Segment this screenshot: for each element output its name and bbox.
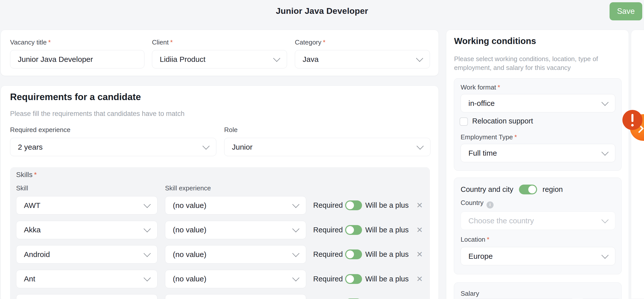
remove-skill-icon[interactable]: ✕: [415, 270, 425, 288]
will-be-a-plus-label: Will be a plus: [365, 221, 409, 239]
country-label: Countryi: [461, 199, 494, 208]
requirements-title: Requirements for a candidate: [10, 92, 141, 102]
required-label: Required: [313, 294, 343, 299]
vacancy-basics-card: Vacancy title* Junior Java Developer Cli…: [1, 30, 439, 76]
salary-section: Salary: [454, 282, 622, 299]
location-label: Location*: [461, 236, 489, 243]
skill-row: Required Will be a plus ✕: [10, 294, 430, 299]
requirements-card: Requirements for a candidate Please fill…: [1, 86, 439, 299]
requirements-subtitle: Please fill the requirements that candid…: [10, 110, 184, 118]
required-experience-select[interactable]: 2 years: [10, 138, 216, 156]
skill-column-header: Skill: [16, 184, 28, 192]
role-label: Role: [224, 126, 237, 134]
vacancy-title-input[interactable]: Junior Java Developer: [10, 50, 144, 68]
vacancy-title-label: Vacancy title*: [10, 38, 51, 46]
skill-experience-column-header: Skill experience: [165, 184, 211, 192]
required-experience-label: Required experience: [10, 126, 70, 134]
country-select[interactable]: Choose the country: [461, 211, 615, 230]
chevron-down-icon: [203, 142, 210, 149]
client-select[interactable]: Lidiia Product: [152, 50, 287, 68]
info-icon: i: [487, 201, 494, 208]
skills-section: Skills* Skill Skill experience AWT (no v…: [10, 167, 430, 299]
chevron-down-icon: [416, 55, 423, 62]
chevron-down-icon: [292, 225, 299, 232]
skill-row: AWT (no value) Required Will be a plus ✕: [10, 196, 430, 215]
exclamation-icon: [631, 114, 633, 122]
will-be-a-plus-label: Will be a plus: [365, 245, 409, 264]
remove-skill-icon[interactable]: ✕: [415, 196, 425, 215]
remove-skill-icon[interactable]: ✕: [415, 245, 425, 264]
client-label: Client*: [152, 38, 173, 46]
category-select[interactable]: Java: [295, 50, 430, 68]
required-asterisk: *: [487, 236, 489, 243]
region-mode-toggle[interactable]: [519, 185, 537, 194]
skill-experience-select[interactable]: (no value): [165, 270, 306, 288]
skill-experience-select[interactable]: (no value): [165, 196, 306, 215]
skill-row: Ant (no value) Required Will be a plus ✕: [10, 270, 430, 288]
location-select[interactable]: Europe: [461, 247, 615, 265]
chevron-down-icon: [273, 55, 280, 62]
skill-select[interactable]: Akka: [16, 221, 157, 239]
alert-badge[interactable]: [622, 110, 642, 130]
relocation-support-label: Relocation support: [472, 117, 533, 125]
required-asterisk: *: [514, 133, 517, 141]
category-label: Category*: [295, 38, 326, 46]
required-asterisk: *: [34, 171, 37, 179]
skill-required-toggle[interactable]: [345, 225, 362, 235]
working-conditions-title: Working conditions: [454, 36, 536, 46]
next-panel-edge: [631, 30, 644, 299]
working-conditions-subtitle: Please select working conditions, locati…: [454, 55, 610, 72]
required-label: Required: [313, 245, 343, 264]
skill-experience-select[interactable]: (no value): [165, 221, 306, 239]
work-format-label: Work format*: [461, 83, 500, 91]
chevron-down-icon: [292, 250, 299, 257]
remove-skill-icon[interactable]: ✕: [415, 221, 425, 239]
chevron-down-icon: [144, 250, 151, 257]
skills-label: Skills*: [16, 171, 37, 179]
work-format-section: Work format* in-office Relocation suppor…: [454, 78, 622, 171]
chevron-down-icon: [601, 99, 609, 106]
vacancy-editor-page: Junior Java Developer Save Vacancy title…: [0, 0, 644, 299]
will-be-a-plus-label: Will be a plus: [365, 196, 409, 215]
chevron-down-icon: [601, 251, 609, 259]
required-asterisk: *: [48, 38, 51, 46]
chevron-down-icon: [292, 274, 299, 281]
chevron-down-icon: [601, 148, 609, 155]
chevron-down-icon: [144, 274, 151, 281]
will-be-a-plus-label: Will be a plus: [365, 294, 409, 299]
remove-skill-icon[interactable]: ✕: [415, 294, 425, 299]
save-button[interactable]: Save: [610, 2, 642, 20]
chevron-down-icon: [144, 225, 151, 232]
skill-select[interactable]: Android: [16, 245, 157, 264]
skill-select[interactable]: [16, 294, 157, 299]
skill-experience-select[interactable]: [165, 294, 306, 299]
skill-row: Akka (no value) Required Will be a plus …: [10, 221, 430, 239]
chevron-down-icon: [144, 201, 151, 208]
required-asterisk: *: [170, 38, 173, 46]
skill-required-toggle[interactable]: [345, 274, 362, 284]
required-label: Required: [313, 221, 343, 239]
employment-type-select[interactable]: Full time: [461, 144, 615, 162]
page-title: Junior Java Developer: [0, 6, 644, 16]
working-conditions-card: Working conditions Please select working…: [446, 30, 629, 299]
relocation-support-checkbox[interactable]: [460, 117, 468, 126]
chevron-down-icon: [601, 216, 609, 223]
country-and-city-label: Country and city: [461, 185, 513, 194]
skill-select[interactable]: AWT: [16, 196, 157, 215]
work-format-select[interactable]: in-office: [461, 94, 615, 112]
skill-row: Android (no value) Required Will be a pl…: [10, 245, 430, 264]
salary-label: Salary: [461, 290, 479, 297]
skill-required-toggle[interactable]: [345, 200, 362, 210]
will-be-a-plus-label: Will be a plus: [365, 270, 409, 288]
region-label: region: [543, 185, 563, 194]
skill-select[interactable]: Ant: [16, 270, 157, 288]
chevron-down-icon: [292, 201, 299, 208]
location-mode-row: Country and city region: [461, 184, 563, 194]
role-select[interactable]: Junior: [224, 138, 430, 156]
skill-experience-select[interactable]: (no value): [165, 245, 306, 264]
chevron-down-icon: [417, 142, 424, 149]
required-label: Required: [313, 270, 343, 288]
required-asterisk: *: [498, 83, 500, 91]
skill-required-toggle[interactable]: [345, 249, 362, 259]
location-section: Country and city region Countryi Choose …: [454, 178, 622, 274]
